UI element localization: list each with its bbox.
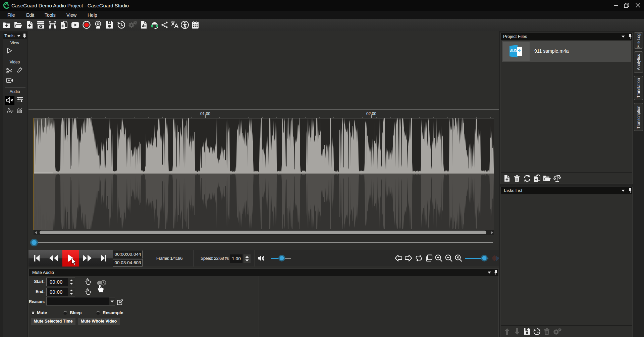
svg-text:AUD: AUD bbox=[510, 49, 517, 53]
